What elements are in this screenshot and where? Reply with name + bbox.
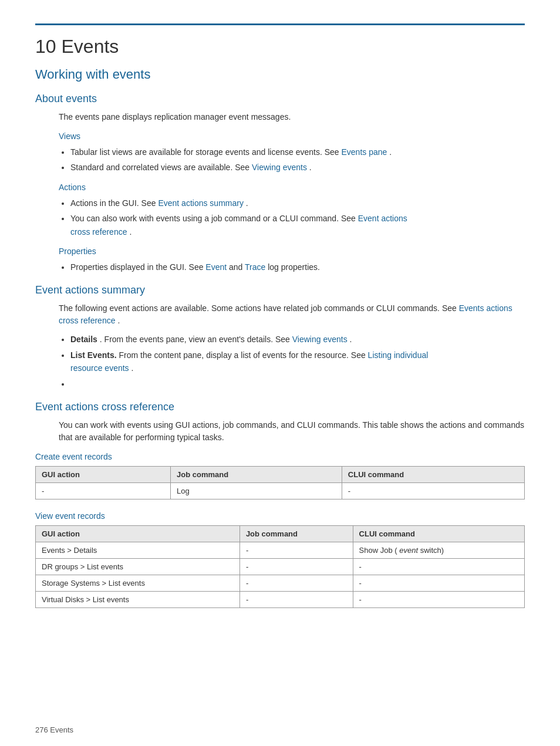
view-event-records-table: GUI action Job command CLUI command Even… <box>35 525 525 608</box>
table-row: Storage Systems > List events - - <box>36 575 525 591</box>
trace-link[interactable]: Trace <box>245 262 265 272</box>
table-cell: Log <box>171 482 342 499</box>
view-event-records-title: View event records <box>35 511 525 521</box>
working-with-events-title: Working with events <box>35 67 525 82</box>
table-header-job: Job command <box>239 525 353 542</box>
list-item-empty <box>70 377 525 390</box>
chapter-title: 10 Events <box>35 36 525 58</box>
table-row: Events > Details - Show Job ( event swit… <box>36 542 525 558</box>
views-list: Tabular list views are available for sto… <box>70 146 525 174</box>
list-item: You can also work with events using a jo… <box>70 212 525 238</box>
table-cell: - <box>239 542 353 558</box>
properties-subgroup: Properties Properties displayed in the G… <box>35 247 525 274</box>
properties-title: Properties <box>35 247 525 256</box>
table-cell: - <box>36 482 171 499</box>
table-cell: - <box>353 591 524 607</box>
table-row: - Log - <box>36 482 525 499</box>
viewing-events-link-2[interactable]: Viewing events <box>292 335 348 344</box>
top-rule <box>35 23 525 25</box>
table-header-gui: GUI action <box>36 525 240 542</box>
table-cell: DR groups > List events <box>36 558 240 575</box>
table-cell: - <box>239 558 353 575</box>
list-item: Details . From the events pane, view an … <box>70 333 525 346</box>
page-footer: 276 Events <box>35 725 73 734</box>
events-pane-link[interactable]: Events pane <box>341 147 387 157</box>
table-cell: Events > Details <box>36 542 240 558</box>
event-actions-cross-reference-intro: You can work with events using GUI actio… <box>35 419 525 444</box>
table-cell: Show Job ( event switch) <box>353 542 524 558</box>
properties-list: Properties displayed in the GUI. See Eve… <box>70 261 525 274</box>
create-event-records-table: GUI action Job command CLUI command - Lo… <box>35 466 525 499</box>
list-item: Properties displayed in the GUI. See Eve… <box>70 261 525 274</box>
about-events-subsection: About events The events pane displays re… <box>35 93 525 274</box>
event-actions-cross-reference-subsection: Event actions cross reference You can wo… <box>35 401 525 608</box>
list-item: Tabular list views are available for sto… <box>70 146 525 158</box>
event-actions-summary-heading: Event actions summary <box>35 284 525 296</box>
working-with-events-section: Working with events About events The eve… <box>35 67 525 608</box>
event-actions-cross-reference-heading: Event actions cross reference <box>35 401 525 413</box>
about-events-intro: The events pane displays replication man… <box>35 111 525 123</box>
table-cell: - <box>239 591 353 607</box>
view-event-records-section: View event records GUI action Job comman… <box>35 511 525 608</box>
views-title: Views <box>35 131 525 141</box>
event-link[interactable]: Event <box>205 262 227 272</box>
about-events-title: About events <box>35 93 525 105</box>
views-subgroup: Views Tabular list views are available f… <box>35 131 525 174</box>
actions-title: Actions <box>35 183 525 192</box>
table-header-gui: GUI action <box>36 466 171 482</box>
table-header-clui: CLUI command <box>353 525 524 542</box>
list-item: List Events. From the content pane, disp… <box>70 349 525 375</box>
table-row: Virtual Disks > List events - - <box>36 591 525 607</box>
table-header-job: Job command <box>171 466 342 482</box>
list-item: Standard and correlated views are availa… <box>70 161 525 174</box>
actions-list: Actions in the GUI. See Event actions su… <box>70 197 525 238</box>
create-event-records-title: Create event records <box>35 452 525 461</box>
event-actions-summary-link[interactable]: Event actions summary <box>158 198 244 208</box>
table-cell: - <box>353 575 524 591</box>
table-cell: - <box>342 482 524 499</box>
event-actions-list: Details . From the events pane, view an … <box>70 333 525 390</box>
actions-subgroup: Actions Actions in the GUI. See Event ac… <box>35 183 525 238</box>
table-cell: - <box>239 575 353 591</box>
list-item: Actions in the GUI. See Event actions su… <box>70 197 525 210</box>
table-row: DR groups > List events - - <box>36 558 525 575</box>
table-header-clui: CLUI command <box>342 466 524 482</box>
table-cell: Storage Systems > List events <box>36 575 240 591</box>
viewing-events-link-1[interactable]: Viewing events <box>252 163 307 172</box>
create-event-records-section: Create event records GUI action Job comm… <box>35 452 525 499</box>
table-cell: - <box>353 558 524 575</box>
event-actions-summary-intro: The following event actions are availabl… <box>35 302 525 327</box>
table-cell: Virtual Disks > List events <box>36 591 240 607</box>
event-actions-summary-subsection: Event actions summary The following even… <box>35 284 525 390</box>
